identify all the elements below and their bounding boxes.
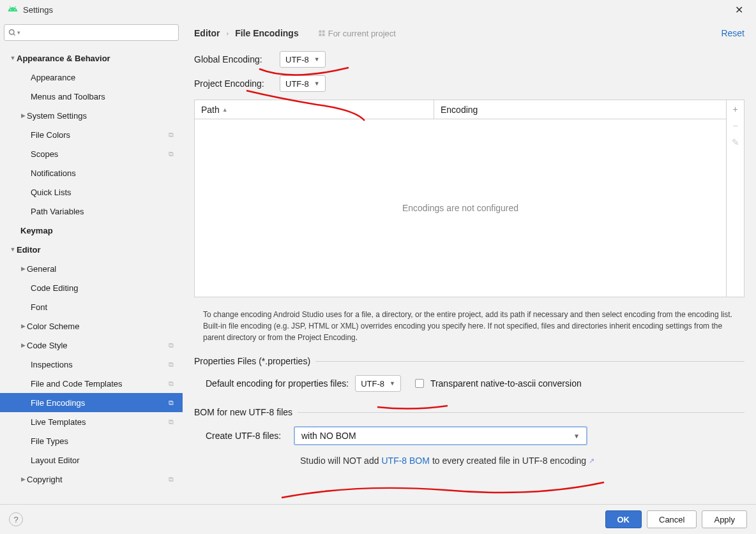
col-encoding[interactable]: Encoding: [434, 100, 726, 119]
sidebar-item-code-style[interactable]: ▶Code Style⧉: [0, 336, 183, 355]
window-title: Settings: [23, 5, 53, 15]
sidebar-item-file-and-code-templates[interactable]: File and Code Templates⧉: [0, 374, 183, 393]
sidebar-item-label: Appearance & Behavior: [17, 54, 183, 63]
sidebar-item-general[interactable]: ▶General: [0, 259, 183, 278]
sidebar-item-label: General: [27, 264, 183, 274]
chevron-down-icon: ▼: [314, 80, 320, 87]
sidebar-item-path-variables[interactable]: Path Variables: [0, 202, 183, 221]
sidebar-item-label: File Encodings: [31, 398, 183, 408]
sidebar-item-label: Color Scheme: [27, 322, 183, 331]
svg-rect-2: [319, 34, 321, 36]
close-icon[interactable]: ✕: [730, 4, 748, 16]
search-field[interactable]: [23, 28, 174, 38]
col-path[interactable]: Path ▲: [195, 100, 434, 119]
sidebar-item-scopes[interactable]: Scopes⧉: [0, 144, 183, 163]
cancel-button[interactable]: Cancel: [647, 510, 697, 528]
remove-icon[interactable]: −: [732, 121, 737, 131]
settings-content: Editor › File Encodings For current proj…: [183, 19, 756, 504]
sidebar-item-label: Editor: [17, 245, 183, 255]
copy-icon: ⧉: [169, 150, 174, 158]
copy-icon: ⧉: [169, 131, 174, 139]
sidebar-item-label: Layout Editor: [31, 456, 183, 465]
default-props-label: Default encoding for properties files:: [206, 378, 349, 389]
sidebar-item-label: Code Editing: [31, 283, 183, 293]
sidebar-item-label: Copyright: [27, 475, 183, 484]
sidebar-item-label: Font: [31, 302, 183, 312]
sidebar-item-file-encodings[interactable]: File Encodings⧉: [0, 393, 183, 412]
title-bar: Settings ✕: [0, 0, 756, 19]
svg-rect-1: [322, 31, 324, 33]
sidebar-item-notifications[interactable]: Notifications: [0, 163, 183, 182]
project-encoding-combo[interactable]: UTF-8 ▼: [280, 75, 326, 92]
sidebar-item-label: Notifications: [31, 168, 183, 178]
copy-icon: ⧉: [169, 418, 174, 426]
transparent-label: Transparent native-to-ascii conversion: [430, 378, 582, 389]
global-encoding-combo[interactable]: UTF-8 ▼: [280, 51, 326, 68]
sidebar-item-label: Scopes: [31, 149, 183, 159]
sidebar-item-file-types[interactable]: File Types: [0, 431, 183, 450]
sidebar-item-editor[interactable]: ▼Editor: [0, 240, 183, 259]
sidebar-item-layout-editor[interactable]: Layout Editor: [0, 450, 183, 470]
project-encoding-label: Project Encoding:: [194, 78, 273, 89]
breadcrumb-parent[interactable]: Editor: [194, 28, 220, 38]
copy-icon: ⧉: [169, 360, 174, 369]
search-icon: [8, 29, 16, 36]
sidebar-item-label: File and Code Templates: [31, 379, 183, 389]
sidebar-item-label: File Colors: [31, 130, 183, 140]
apply-button[interactable]: Apply: [702, 510, 747, 528]
sidebar-item-quick-lists[interactable]: Quick Lists: [0, 182, 183, 202]
empty-message: Encodings are not configured: [195, 119, 726, 297]
settings-sidebar: ▾ ▼Appearance & BehaviorAppearanceMenus …: [0, 19, 183, 504]
chevron-right-icon: ▶: [19, 323, 27, 329]
copy-icon: ⧉: [169, 341, 174, 350]
sidebar-item-label: Live Templates: [31, 417, 183, 427]
sidebar-item-copyright[interactable]: ▶Copyright⧉: [0, 470, 183, 489]
breadcrumb: Editor › File Encodings: [194, 28, 299, 38]
ok-button[interactable]: OK: [605, 510, 642, 528]
sidebar-item-label: File Types: [31, 436, 183, 446]
sidebar-item-system-settings[interactable]: ▶System Settings: [0, 106, 183, 125]
project-icon: [318, 29, 326, 37]
search-input[interactable]: ▾: [4, 24, 179, 41]
sidebar-item-code-editing[interactable]: Code Editing: [0, 278, 183, 297]
properties-section-title: Properties Files (*.properties): [194, 356, 745, 366]
sidebar-item-inspections[interactable]: Inspections⧉: [0, 355, 183, 374]
chevron-right-icon: ▶: [19, 342, 27, 348]
copy-icon: ⧉: [169, 380, 174, 388]
chevron-down-icon: ▼: [389, 380, 395, 387]
sidebar-item-file-colors[interactable]: File Colors⧉: [0, 125, 183, 144]
edit-icon[interactable]: ✎: [732, 137, 739, 147]
bom-section-title: BOM for new UTF-8 files: [194, 407, 745, 417]
copy-icon: ⧉: [169, 475, 174, 484]
reset-link[interactable]: Reset: [721, 28, 745, 38]
sidebar-item-font[interactable]: Font: [0, 297, 183, 316]
settings-tree: ▼Appearance & BehaviorAppearanceMenus an…: [0, 46, 183, 504]
bom-hint: Studio will NOT add UTF-8 BOM to every c…: [194, 456, 745, 466]
svg-rect-3: [322, 34, 324, 36]
create-utf8-combo[interactable]: with NO BOM ▼: [294, 426, 587, 445]
svg-rect-0: [319, 31, 321, 33]
add-icon[interactable]: +: [732, 104, 737, 114]
encoding-hint: To change encoding Android Studio uses f…: [194, 304, 745, 352]
sidebar-item-keymap[interactable]: Keymap: [0, 221, 183, 240]
sidebar-item-label: Code Style: [27, 341, 183, 350]
external-link-icon: ↗: [589, 457, 594, 465]
sidebar-item-color-scheme[interactable]: ▶Color Scheme: [0, 316, 183, 336]
create-utf8-label: Create UTF-8 files:: [206, 431, 287, 441]
help-button[interactable]: ?: [9, 512, 23, 526]
for-current-project: For current project: [318, 29, 396, 38]
sidebar-item-label: System Settings: [27, 111, 183, 121]
chevron-right-icon: ▶: [19, 476, 27, 482]
sidebar-item-label: Appearance: [31, 73, 183, 82]
sidebar-item-label: Inspections: [31, 360, 183, 369]
sidebar-item-label: Menus and Toolbars: [31, 92, 183, 101]
sidebar-item-live-templates[interactable]: Live Templates⧉: [0, 412, 183, 431]
utf8-bom-link[interactable]: UTF-8 BOM: [381, 456, 429, 466]
default-props-combo[interactable]: UTF-8 ▼: [355, 375, 401, 392]
transparent-checkbox[interactable]: [415, 379, 424, 388]
sidebar-item-appearance-behavior[interactable]: ▼Appearance & Behavior: [0, 48, 183, 68]
search-dropdown-icon: ▾: [17, 29, 20, 36]
breadcrumb-current: File Encodings: [235, 28, 299, 38]
sidebar-item-menus-and-toolbars[interactable]: Menus and Toolbars: [0, 87, 183, 106]
sidebar-item-appearance[interactable]: Appearance: [0, 68, 183, 87]
